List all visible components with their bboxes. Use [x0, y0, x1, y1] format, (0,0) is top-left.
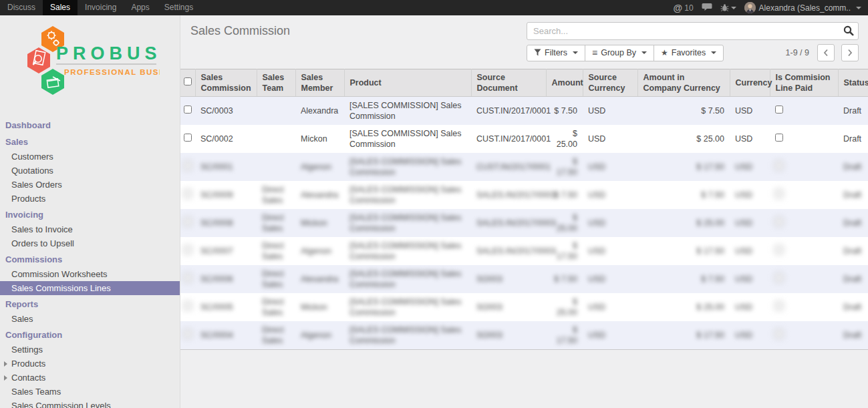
paid-checkbox[interactable]: [775, 246, 783, 254]
funnel-icon: [534, 49, 541, 56]
table-row[interactable]: SC/0001Algenon[SALES COMMISSION] Sales C…: [180, 153, 868, 181]
cell-member: Mickon: [295, 125, 344, 153]
paid-checkbox[interactable]: [775, 134, 783, 142]
group-by-button[interactable]: ≡ Group By: [585, 45, 654, 61]
paid-checkbox[interactable]: [775, 302, 783, 310]
table-row[interactable]: SC/0002Mickon[SALES COMMISSION] Sales Co…: [180, 125, 868, 153]
sidebar-section-dashboard[interactable]: Dashboard: [0, 116, 180, 133]
sidebar-item-label: Customers: [11, 152, 53, 162]
table-row[interactable]: SC/0007Direct SalesAlgenon[SALES COMMISS…: [180, 237, 868, 265]
cell-source_currency: USD: [583, 209, 637, 237]
nav-item-settings[interactable]: Settings: [157, 0, 200, 15]
sidebar-item-customers[interactable]: Customers: [0, 150, 180, 164]
column-header-commission[interactable]: Sales Commission: [195, 69, 257, 97]
column-header-paid[interactable]: Is Commision Line Paid: [770, 69, 838, 97]
cell-amount: $ 25.00: [546, 125, 583, 153]
nav-item-sales[interactable]: Sales: [43, 0, 78, 15]
pager-next-button[interactable]: [841, 44, 859, 61]
sidebar-section-commissions[interactable]: Commissions: [0, 250, 180, 267]
column-header-member[interactable]: Sales Member: [295, 69, 344, 97]
select-all-checkbox[interactable]: [184, 77, 192, 85]
star-icon: ★: [661, 48, 668, 57]
nav-item-apps[interactable]: Apps: [124, 0, 156, 15]
sidebar-section-reports[interactable]: Reports: [0, 295, 180, 312]
sidebar-section-invoicing[interactable]: Invoicing: [0, 206, 180, 222]
sidebar-section-configuration[interactable]: Configuration: [0, 326, 180, 343]
filters-button[interactable]: Filters: [527, 45, 585, 61]
pager-range: 1-9 / 9: [786, 48, 809, 57]
user-menu[interactable]: Alexandra (Sales_comm..: [744, 2, 861, 13]
cell-status: Draft: [838, 153, 868, 181]
cell-commission: SC/0008: [195, 209, 257, 237]
row-select-checkbox[interactable]: [184, 134, 192, 142]
row-select-checkbox[interactable]: [184, 162, 192, 170]
table-row[interactable]: SC/0008Direct SalesMickon[SALES COMMISSI…: [180, 209, 868, 237]
sidebar-item-quotations[interactable]: Quotations: [0, 164, 180, 178]
column-header-source[interactable]: Source Document: [471, 69, 546, 97]
table-row[interactable]: SC/0003Alexandra[SALES COMMISSION] Sales…: [180, 97, 868, 126]
cell-source: CUST.IN/2017/0001: [471, 125, 546, 153]
filters-label: Filters: [545, 48, 567, 57]
caret-down-icon: [573, 51, 578, 54]
paid-checkbox[interactable]: [775, 274, 783, 282]
sidebar-item-contacts[interactable]: Contacts: [0, 371, 180, 385]
paid-checkbox[interactable]: [775, 106, 783, 114]
column-header-amount_company[interactable]: Amount in Company Currency: [637, 69, 730, 97]
sidebar-item-sales-orders[interactable]: Sales Orders: [0, 178, 180, 192]
favorites-button[interactable]: ★ Favorites: [654, 45, 724, 61]
search-input[interactable]: [527, 22, 859, 40]
sidebar-item-sales-teams[interactable]: Sales Teams: [0, 385, 180, 399]
row-select-checkbox[interactable]: [184, 330, 192, 338]
sidebar-item-products[interactable]: Products: [0, 357, 180, 371]
debug-menu[interactable]: [720, 3, 736, 12]
mentions-button[interactable]: @ 10: [674, 3, 694, 13]
nav-item-discuss[interactable]: Discuss: [0, 0, 43, 15]
cell-paid: [770, 209, 838, 237]
column-header-currency[interactable]: Currency: [730, 69, 770, 97]
column-header-product[interactable]: Product: [344, 69, 471, 97]
cell-team: [257, 153, 295, 181]
row-select-checkbox[interactable]: [184, 106, 192, 114]
expand-arrow-icon[interactable]: [4, 375, 7, 381]
sidebar-item-sales-commissions-lines[interactable]: Sales Commissions Lines: [0, 281, 180, 295]
sidebar-item-products[interactable]: Products: [0, 192, 180, 206]
group-by-icon: ≡: [592, 49, 597, 56]
sidebar-section-sales[interactable]: Sales: [0, 133, 180, 150]
cell-commission: SC/0005: [195, 293, 257, 321]
sidebar-item-orders-to-upsell[interactable]: Orders to Upsell: [0, 236, 180, 250]
chat-bubble-icon[interactable]: [702, 3, 712, 13]
table-row[interactable]: SC/0004Direct SalesAlgenon[SALES COMMISS…: [180, 321, 868, 350]
sidebar-item-settings[interactable]: Settings: [0, 343, 180, 357]
column-header-source_currency[interactable]: Source Currency: [583, 69, 637, 97]
table-row[interactable]: SC/0005Direct SalesMickon[SALES COMMISSI…: [180, 293, 868, 321]
table-row[interactable]: SC/0006Direct SalesAlexandra[SALES COMMI…: [180, 265, 868, 293]
paid-checkbox[interactable]: [775, 190, 783, 198]
sidebar-item-sales-commission-levels[interactable]: Sales Commission Levels: [0, 399, 180, 408]
row-select-checkbox[interactable]: [184, 218, 192, 226]
sidebar-item-label: Quotations: [11, 166, 53, 176]
table-row[interactable]: SC/0009Direct SalesAlexandra[SALES COMMI…: [180, 181, 868, 209]
expand-arrow-icon[interactable]: [4, 361, 7, 367]
cell-currency: USD: [730, 237, 770, 265]
paid-checkbox[interactable]: [775, 162, 783, 170]
row-select-checkbox[interactable]: [184, 302, 192, 310]
row-select-checkbox[interactable]: [184, 246, 192, 254]
row-select-checkbox[interactable]: [184, 274, 192, 282]
cell-status: Draft: [838, 293, 868, 321]
column-header-team[interactable]: Sales Team: [257, 69, 295, 97]
sidebar-item-commission-worksheets[interactable]: Commission Worksheets: [0, 267, 180, 281]
cell-amount_company: $ 17.50: [637, 237, 730, 265]
row-select-checkbox[interactable]: [184, 190, 192, 198]
cell-member: Algenon: [295, 237, 344, 265]
column-header-amount[interactable]: Amount: [546, 69, 583, 97]
paid-checkbox[interactable]: [775, 218, 783, 226]
sidebar-item-sales-to-invoice[interactable]: Sales to Invoice: [0, 222, 180, 236]
cell-member: Alexandra: [295, 181, 344, 209]
pager-previous-button[interactable]: [817, 44, 835, 61]
search-icon[interactable]: [843, 25, 854, 39]
paid-checkbox[interactable]: [775, 330, 783, 338]
column-header-status[interactable]: Status: [838, 69, 868, 97]
nav-item-invoicing[interactable]: Invoicing: [78, 0, 124, 15]
cell-status: Draft: [838, 181, 868, 209]
sidebar-item-sales[interactable]: Sales: [0, 312, 180, 326]
